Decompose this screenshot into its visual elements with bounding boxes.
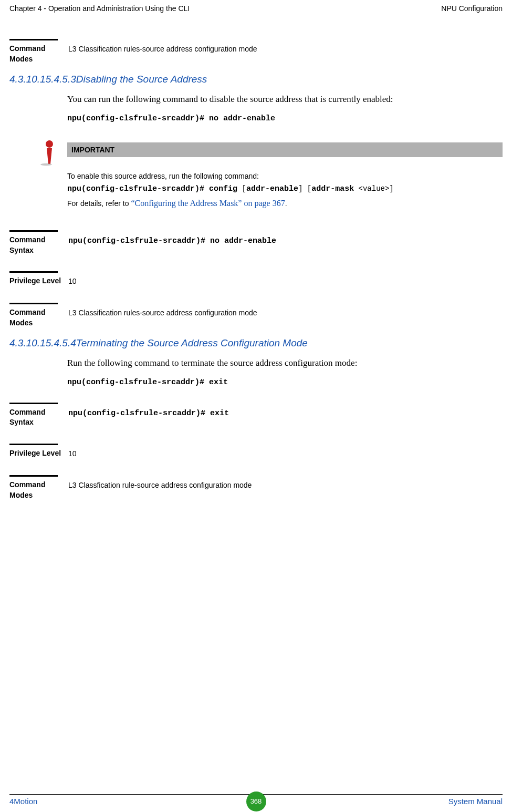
- important-line1: To enable this source address, run the f…: [67, 170, 503, 183]
- divider: [9, 230, 58, 232]
- important-xref[interactable]: “Configuring the Address Mask” on page 3…: [131, 199, 285, 208]
- body-paragraph: You can run the following command to dis…: [67, 92, 503, 106]
- svg-point-0: [46, 140, 53, 148]
- privilege-level-value: 10: [64, 448, 503, 459]
- section-heading-terminating: 4.3.10.15.4.5.4Terminating the Source Ad…: [9, 337, 503, 349]
- chapter-title: Chapter 4 - Operation and Administration…: [9, 4, 190, 13]
- important-cli: npu(config-clsfrule-srcaddr)# config [ad…: [67, 182, 503, 196]
- command-syntax-label: Command Syntax: [9, 407, 64, 428]
- command-modes-value: L3 Classfication rule-source address con…: [64, 480, 503, 500]
- important-ref-prefix: For details, refer to: [67, 199, 131, 208]
- command-modes-label: Command Modes: [9, 44, 64, 64]
- important-cmd-a: npu(config-clsfrule-srcaddr)# config: [67, 184, 237, 193]
- section-heading-disabling: 4.3.10.15.4.5.3Disabling the Source Addr…: [9, 74, 503, 85]
- page-number-badge: 368: [246, 792, 266, 811]
- divider: [9, 444, 58, 445]
- important-line3: For details, refer to “Configuring the A…: [67, 196, 503, 210]
- body-paragraph: Run the following command to terminate t…: [67, 356, 503, 370]
- command-modes-label: Command Modes: [9, 307, 64, 328]
- svg-point-1: [40, 163, 52, 165]
- command-modes-value: L3 Classification rules-source address c…: [64, 307, 503, 328]
- privilege-level-label: Privilege Level: [9, 448, 64, 459]
- important-cmd-c: addr-mask: [311, 184, 354, 193]
- footer-left: 4Motion: [9, 797, 37, 806]
- cli-command: npu(config-clsfrule-srcaddr)# exit: [67, 378, 503, 387]
- divider: [9, 475, 58, 477]
- bracket: ] [: [298, 184, 311, 193]
- divider: [9, 39, 58, 40]
- cli-command: npu(config-clsfrule-srcaddr)# no addr-en…: [67, 114, 503, 123]
- command-modes-value: L3 Classification rules-source address c…: [64, 44, 503, 64]
- command-syntax-value: npu(config-clsfrule-srcaddr)# exit: [68, 409, 229, 418]
- footer-right: System Manual: [448, 797, 503, 806]
- command-syntax-label: Command Syntax: [9, 235, 64, 255]
- privilege-level-value: 10: [64, 276, 503, 287]
- important-mono-tail: <value>]: [354, 184, 394, 193]
- bracket: [: [237, 184, 246, 193]
- config-section: NPU Configuration: [441, 4, 503, 13]
- important-icon: [40, 140, 59, 166]
- divider: [9, 403, 58, 404]
- important-title: IMPORTANT: [67, 142, 503, 157]
- period: .: [285, 199, 287, 208]
- command-modes-label: Command Modes: [9, 480, 64, 500]
- privilege-level-label: Privilege Level: [9, 276, 64, 287]
- divider: [9, 271, 58, 273]
- important-cmd-b: addr-enable: [246, 184, 298, 193]
- command-syntax-value: npu(config-clsfrule-srcaddr)# no addr-en…: [68, 237, 276, 245]
- divider: [9, 303, 58, 304]
